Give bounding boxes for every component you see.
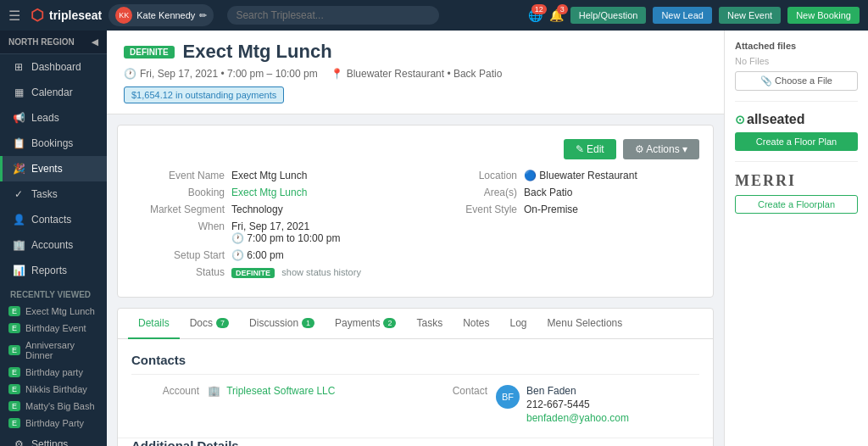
- collapse-icon[interactable]: ◀: [92, 37, 98, 47]
- help-button[interactable]: Help/Question: [570, 7, 647, 24]
- event-meta: 🕐 Fri, Sep 17, 2021 • 7:00 pm – 10:00 pm…: [124, 68, 707, 80]
- account-label: Account: [131, 385, 199, 397]
- sidebar-item-leads[interactable]: 📢 Leads: [0, 105, 107, 131]
- tab-log[interactable]: Log: [500, 309, 537, 339]
- settings-icon: ⚙: [13, 438, 25, 446]
- top-nav: ☰ ⬡ tripleseat KK Kate Kennedy ✏ 🌐12 🔔3 …: [0, 0, 868, 31]
- tab-details[interactable]: Details: [128, 309, 180, 339]
- outstanding-badge[interactable]: $1,654.12 in outstanding payments: [124, 86, 284, 103]
- allseated-text: allseated: [747, 112, 804, 127]
- bell-icon[interactable]: 🔔3: [549, 8, 564, 22]
- rv-item-5[interactable]: E Matty's Big Bash: [0, 398, 107, 415]
- region-label: NORTH REGION: [8, 37, 75, 47]
- when-value: Fri, Sep 17, 2021 🕐 7:00 pm to 10:00 pm: [231, 220, 407, 244]
- recently-viewed-header: Recently Viewed: [0, 283, 107, 303]
- new-event-button[interactable]: New Event: [719, 7, 781, 24]
- rv-item-0[interactable]: E Exect Mtg Lunch: [0, 303, 107, 320]
- rv-item-4[interactable]: E Nikkis Birthday: [0, 381, 107, 398]
- merri-logo: MERRI: [735, 172, 858, 190]
- attached-files-title: Attached files: [735, 41, 858, 51]
- merri-section: MERRI Create a Floorplan: [735, 172, 858, 214]
- tab-docs[interactable]: Docs7: [180, 309, 239, 339]
- event-date: 🕐 Fri, Sep 17, 2021 • 7:00 pm – 10:00 pm: [124, 68, 318, 80]
- main-content: DEFINITE Exect Mtg Lunch 🕐 Fri, Sep 17, …: [107, 31, 724, 446]
- tab-notes[interactable]: Notes: [453, 309, 499, 339]
- floor-plan-button[interactable]: Create a Floor Plan: [735, 132, 858, 151]
- dashboard-icon: ⊞: [13, 61, 25, 73]
- event-name-label: Event Name: [131, 170, 225, 181]
- contacts-icon: 👤: [13, 214, 25, 226]
- tasks-icon: ✓: [13, 188, 25, 200]
- sidebar-item-accounts[interactable]: 🏢 Accounts: [0, 232, 107, 258]
- show-history-link[interactable]: show status history: [281, 267, 361, 277]
- sidebar-label-settings: Settings: [31, 438, 68, 446]
- sidebar-item-reports[interactable]: 📊 Reports: [0, 258, 107, 283]
- tab-payments[interactable]: Payments2: [325, 309, 406, 339]
- event-location-meta: 📍 Bluewater Restaurant • Back Patio: [331, 68, 503, 80]
- hamburger-menu[interactable]: ☰: [8, 8, 20, 24]
- tab-discussion[interactable]: Discussion1: [239, 309, 325, 339]
- contact-person-row: Contact BF Ben Faden 212-667-5445 benfad…: [420, 385, 699, 424]
- avatar: KK: [115, 7, 132, 24]
- tab-menu-selections[interactable]: Menu Selections: [537, 309, 633, 339]
- allseated-section: ⊙ allseated Create a Floor Plan: [735, 112, 858, 151]
- contact-label: Contact: [420, 385, 487, 397]
- new-booking-button[interactable]: New Booking: [787, 7, 860, 24]
- sidebar-item-calendar[interactable]: ▦ Calendar: [0, 80, 107, 105]
- user-name: Kate Kennedy: [136, 10, 195, 20]
- globe-icon[interactable]: 🌐12: [528, 8, 542, 22]
- contact-name-link[interactable]: Ben Faden: [526, 385, 629, 397]
- search-input[interactable]: [227, 6, 439, 25]
- booking-link[interactable]: Exect Mtg Lunch: [231, 187, 307, 198]
- allseated-logo: ⊙ allseated: [735, 112, 858, 127]
- events-icon: 🎉: [13, 163, 25, 175]
- choose-file-button[interactable]: 📎 Choose a File: [735, 71, 858, 91]
- nav-icons: 🌐12 🔔3 Help/Question New Lead New Event …: [528, 7, 860, 24]
- detail-row-setup: Setup Start 🕐 6:00 pm: [131, 249, 407, 261]
- calendar-icon: ▦: [13, 86, 25, 98]
- logo-icon: ⬡: [31, 6, 44, 25]
- market-segment-label: Market Segment: [131, 203, 225, 215]
- region-header[interactable]: NORTH REGION ◀: [0, 31, 107, 54]
- edit-button[interactable]: ✎ Edit: [564, 139, 616, 159]
- rv-item-2[interactable]: E Anniversary Dinner: [0, 337, 107, 364]
- sidebar-label-leads: Leads: [31, 112, 59, 124]
- tab-tasks[interactable]: Tasks: [406, 309, 453, 339]
- sidebar-label-calendar: Calendar: [31, 86, 73, 98]
- reports-icon: 📊: [13, 265, 25, 276]
- sidebar-item-events[interactable]: 🎉 Events: [0, 156, 107, 181]
- sidebar-item-contacts[interactable]: 👤 Contacts: [0, 207, 107, 232]
- detail-row-market: Market Segment Technology: [131, 203, 407, 215]
- account-value: 🏢 Tripleseat Software LLC: [208, 385, 335, 397]
- sidebar-label-accounts: Accounts: [31, 239, 73, 251]
- rv-item-3[interactable]: E Birthday party: [0, 364, 107, 381]
- detail-row-location: Location 🔵 Bluewater Restaurant: [424, 170, 699, 181]
- status-value: DEFINITE show status history: [231, 266, 407, 278]
- attached-files-section: Attached files No Files 📎 Choose a File: [735, 41, 858, 91]
- allseated-icon: ⊙: [735, 113, 745, 126]
- sidebar-item-dashboard[interactable]: ⊞ Dashboard: [0, 54, 107, 80]
- contacts-grid: Account 🏢 Tripleseat Software LLC Contac…: [131, 385, 699, 424]
- detail-row-event-name: Event Name Exect Mtg Lunch: [131, 170, 407, 181]
- sidebar-item-bookings[interactable]: 📋 Bookings: [0, 131, 107, 156]
- event-style-value: On-Premise: [524, 203, 699, 215]
- event-name-value: Exect Mtg Lunch: [231, 170, 407, 181]
- status-definite-badge: DEFINITE: [231, 268, 275, 278]
- actions-button[interactable]: ⚙ Actions ▾: [623, 139, 699, 159]
- contacts-title: Contacts: [131, 353, 699, 375]
- merri-button[interactable]: Create a Floorplan: [735, 195, 858, 214]
- sidebar-item-tasks[interactable]: ✓ Tasks: [0, 181, 107, 207]
- no-files-text: No Files: [735, 56, 858, 66]
- layout: NORTH REGION ◀ ⊞ Dashboard ▦ Calendar 📢 …: [0, 31, 868, 446]
- user-pill[interactable]: KK Kate Kennedy ✏: [108, 4, 214, 26]
- rv-item-1[interactable]: E Birthday Event: [0, 320, 107, 337]
- contact-avatar: BF: [496, 385, 520, 409]
- contact-email-link[interactable]: benfaden@yahoo.com: [526, 412, 629, 424]
- areas-value: Back Patio: [524, 187, 699, 198]
- sidebar-item-settings[interactable]: ⚙ Settings: [0, 432, 107, 446]
- rv-item-6[interactable]: E Birthday Party: [0, 415, 107, 432]
- status-badge: DEFINITE: [124, 46, 175, 59]
- account-link[interactable]: Tripleseat Software LLC: [226, 385, 335, 397]
- new-lead-button[interactable]: New Lead: [653, 7, 712, 24]
- sidebar-label-events: Events: [31, 163, 63, 175]
